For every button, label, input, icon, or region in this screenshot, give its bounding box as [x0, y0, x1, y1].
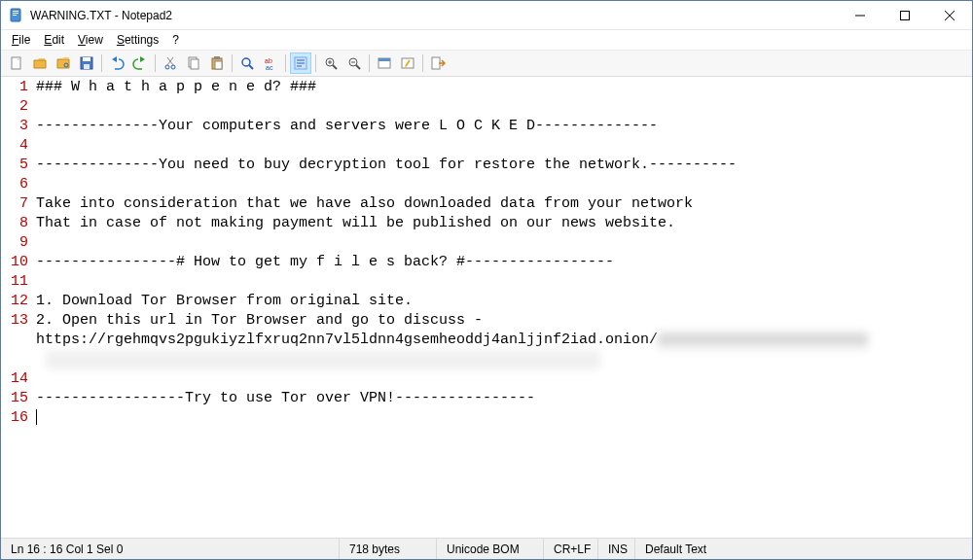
- line-number: 15: [1, 389, 28, 408]
- code-line: --------------Your computers and servers…: [36, 117, 972, 136]
- status-position[interactable]: Ln 16 : 16 Col 1 Sel 0: [1, 539, 340, 559]
- new-file-icon[interactable]: [6, 52, 27, 74]
- text-caret: [36, 409, 37, 425]
- code-line: Take into consideration that we have als…: [36, 194, 972, 214]
- zoom-in-icon[interactable]: [320, 52, 342, 74]
- menu-settings[interactable]: Settings: [110, 31, 165, 49]
- menu-view[interactable]: View: [71, 31, 110, 49]
- svg-rect-12: [83, 57, 90, 61]
- menubar: File Edit View Settings ?: [1, 30, 972, 50]
- line-number-gutter: 12345678910111213141516: [1, 77, 32, 538]
- code-line: [36, 369, 972, 389]
- word-wrap-icon[interactable]: [290, 52, 311, 74]
- undo-icon[interactable]: [106, 52, 127, 74]
- svg-point-17: [171, 65, 175, 69]
- toolbar-separator: [315, 54, 316, 72]
- maximize-button[interactable]: [883, 1, 927, 29]
- save-icon[interactable]: [76, 52, 97, 74]
- svg-rect-13: [84, 64, 90, 69]
- code-line: ----------------# How to get my f i l e …: [36, 253, 972, 272]
- status-bytes[interactable]: 718 bytes: [340, 539, 437, 559]
- status-insert-mode[interactable]: INS: [598, 539, 635, 559]
- svg-rect-41: [378, 58, 390, 61]
- line-number: 12: [1, 292, 28, 311]
- svg-rect-5: [901, 11, 910, 19]
- svg-rect-21: [191, 59, 198, 69]
- status-eol[interactable]: CR+LF: [544, 539, 598, 559]
- line-number: 2: [1, 97, 28, 117]
- window-title: WARNING.TXT - Notepad2: [30, 9, 838, 22]
- svg-text:ab: ab: [265, 57, 272, 64]
- toolbar-separator: [155, 54, 156, 72]
- svg-marker-15: [140, 56, 145, 62]
- toolbar-separator: [101, 54, 102, 72]
- menu-help[interactable]: ?: [165, 31, 186, 49]
- svg-point-16: [165, 65, 169, 69]
- menu-edit[interactable]: Edit: [37, 31, 71, 49]
- customize-icon[interactable]: [397, 52, 418, 74]
- svg-rect-2: [13, 13, 18, 14]
- line-number: 11: [1, 272, 28, 292]
- find-icon[interactable]: [236, 52, 258, 74]
- line-number: 4: [1, 136, 28, 156]
- svg-rect-44: [432, 57, 440, 69]
- toolbar-separator: [369, 54, 370, 72]
- code-line: 2. Open this url in Tor Browser and go t…: [36, 311, 972, 369]
- code-line: [36, 272, 972, 292]
- line-number: 14: [1, 369, 28, 389]
- toolbar-separator: [285, 54, 286, 72]
- line-number: 13: [1, 311, 28, 369]
- line-number: 7: [1, 194, 28, 214]
- svg-text:ac: ac: [266, 64, 273, 71]
- browse-icon[interactable]: [53, 52, 74, 74]
- exit-icon[interactable]: [427, 52, 449, 74]
- replace-icon[interactable]: abac: [260, 52, 281, 74]
- svg-line-34: [333, 65, 337, 69]
- status-scheme[interactable]: Default Text: [635, 539, 972, 559]
- editor[interactable]: 12345678910111213141516 ### W h a t h a …: [1, 77, 972, 538]
- svg-marker-14: [112, 56, 117, 62]
- line-number: 9: [1, 233, 28, 253]
- svg-point-25: [242, 58, 250, 66]
- cut-icon[interactable]: [160, 52, 181, 74]
- svg-line-38: [356, 65, 360, 69]
- line-number: 16: [1, 408, 28, 428]
- menu-file[interactable]: File: [5, 31, 37, 49]
- line-number: 10: [1, 253, 28, 272]
- code-line: ### W h a t h a p p e n e d? ###: [36, 78, 972, 97]
- svg-rect-24: [215, 61, 222, 69]
- code-line: 1. Download Tor Browser from original si…: [36, 292, 972, 311]
- toolbar-separator: [422, 54, 423, 72]
- code-line: -----------------Try to use Tor over VPN…: [36, 389, 972, 408]
- minimize-button[interactable]: [838, 1, 883, 29]
- code-line: [36, 175, 972, 194]
- open-file-icon[interactable]: [29, 52, 51, 74]
- line-number: 5: [1, 156, 28, 175]
- line-number: 8: [1, 214, 28, 233]
- titlebar: WARNING.TXT - Notepad2: [1, 1, 972, 30]
- window-buttons: [838, 1, 972, 29]
- scheme-icon[interactable]: [374, 52, 395, 74]
- svg-line-26: [249, 65, 253, 69]
- svg-rect-1: [13, 11, 18, 12]
- toolbar: abac: [1, 50, 972, 77]
- svg-rect-3: [13, 15, 17, 16]
- statusbar: Ln 16 : 16 Col 1 Sel 0 718 bytes Unicode…: [1, 538, 972, 559]
- code-line: [36, 408, 972, 428]
- code-line: --------------You need to buy decryption…: [36, 156, 972, 175]
- paste-icon[interactable]: [206, 52, 228, 74]
- line-number: 1: [1, 78, 28, 97]
- svg-rect-23: [214, 56, 220, 59]
- status-encoding[interactable]: Unicode BOM: [437, 539, 544, 559]
- code-line: That in case of not making payment will …: [36, 214, 972, 233]
- code-line: [36, 97, 972, 117]
- code-area[interactable]: ### W h a t h a p p e n e d? ### -------…: [32, 77, 972, 538]
- line-number: 3: [1, 117, 28, 136]
- close-button[interactable]: [927, 1, 972, 29]
- redo-icon[interactable]: [129, 52, 151, 74]
- copy-icon[interactable]: [183, 52, 204, 74]
- code-line: [36, 136, 972, 156]
- zoom-out-icon[interactable]: [343, 52, 365, 74]
- app-icon: [9, 8, 24, 23]
- toolbar-separator: [232, 54, 233, 72]
